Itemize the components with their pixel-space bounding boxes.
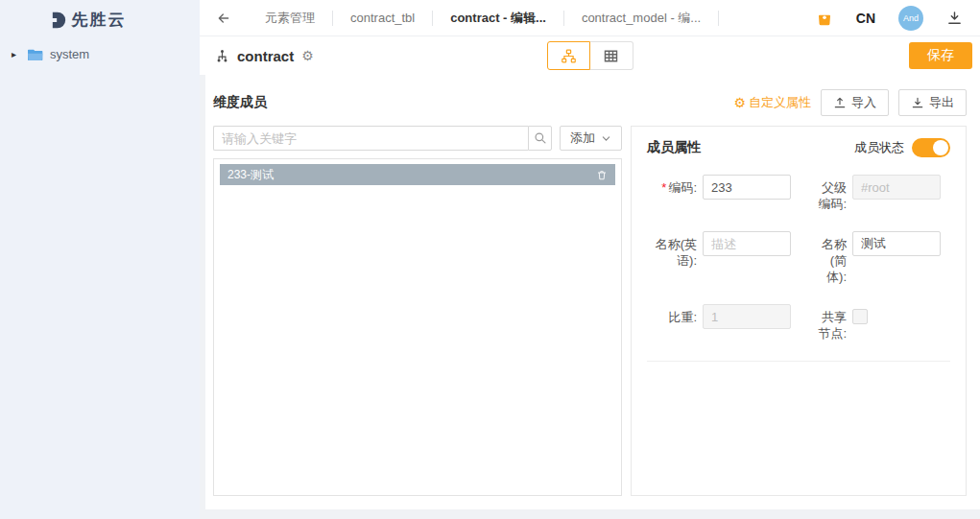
org-chart-icon [561, 48, 577, 64]
name-cn-input[interactable] [852, 231, 941, 256]
weight-label: 比重: [647, 304, 697, 325]
name-en-input[interactable] [703, 231, 791, 256]
app-store-bag-icon[interactable] [816, 10, 833, 27]
member-status-toggle[interactable] [912, 138, 950, 157]
search-row: 添加 [213, 126, 622, 151]
gear-icon: ⚙ [733, 95, 746, 110]
chevron-down-icon [601, 133, 611, 144]
language-switcher[interactable]: CN [856, 11, 875, 26]
table-grid-icon [603, 48, 619, 64]
list-item-selected[interactable]: 233-测试 [220, 164, 615, 185]
member-status-label: 成员状态 [854, 139, 904, 156]
code-label: *编码: [647, 175, 697, 196]
download-tray-icon [911, 96, 924, 109]
form-row: 名称(英语): 名称(简体): [647, 231, 950, 285]
search-input[interactable] [213, 126, 528, 151]
name-en-label: 名称(英语): [647, 231, 697, 269]
search-button[interactable] [528, 126, 552, 151]
caret-right-icon[interactable]: ▸ [12, 49, 21, 59]
gear-icon[interactable]: ⚙ [301, 48, 314, 63]
view-toggle-group [547, 41, 633, 70]
page-title: contract [237, 48, 294, 64]
page-toolbar: contract ⚙ 保存 [200, 36, 980, 75]
back-button[interactable] [213, 8, 234, 29]
app-window: 先胜云 ▸ system 元素管理 contract_tbl contract … [0, 0, 980, 519]
panels: 添加 233-测试 [213, 126, 967, 496]
export-label: 导出 [929, 94, 954, 111]
arrow-left-icon [216, 11, 231, 26]
form-divider [647, 361, 950, 362]
parent-code-input [852, 175, 941, 200]
member-list: 233-测试 [213, 158, 622, 496]
search-icon [534, 131, 547, 145]
sidebar-item-label: system [50, 47, 89, 61]
content-card: 维度成员 ⚙ 自定义属性 导入 导出 [205, 75, 980, 509]
logo-text: 先胜云 [72, 9, 127, 31]
header-actions: ⚙ 自定义属性 导入 导出 [733, 89, 967, 116]
weight-input [703, 304, 791, 329]
parent-code-label: 父级编码: [812, 175, 847, 212]
member-form: *编码: 父级编码: 名称(英语): [632, 167, 966, 362]
page-title-group: contract ⚙ [215, 48, 314, 64]
field-name-en: 名称(英语): [647, 231, 791, 269]
form-row: 比重: 共享节点: [647, 304, 950, 342]
folder-icon [28, 48, 43, 61]
tab-separator [718, 11, 719, 26]
custom-attributes-link[interactable]: ⚙ 自定义属性 [733, 94, 811, 111]
main-area: 元素管理 contract_tbl contract - 编辑... contr… [200, 0, 980, 519]
required-asterisk: * [661, 180, 666, 195]
field-parent-code: 父级编码: [812, 175, 941, 212]
custom-attributes-label: 自定义属性 [749, 94, 811, 111]
add-member-button[interactable]: 添加 [560, 126, 622, 151]
table-view-button[interactable] [590, 41, 633, 70]
member-properties-title: 成员属性 [647, 139, 701, 156]
form-row: *编码: 父级编码: [647, 175, 950, 212]
panel-header: 成员属性 成员状态 [632, 127, 966, 167]
member-properties-panel: 成员属性 成员状态 *编码: [631, 126, 967, 496]
field-shared-node: 共享节点: [812, 304, 868, 342]
tab-element-management[interactable]: 元素管理 [248, 10, 332, 27]
topbar-icon-group: CN And [816, 6, 963, 31]
member-list-panel: 添加 233-测试 [213, 126, 622, 496]
export-button[interactable]: 导出 [898, 89, 967, 116]
search-group [213, 126, 552, 151]
member-status-group: 成员状态 [854, 138, 950, 157]
tab-contract-model-edit[interactable]: contract_model - 编... [564, 10, 718, 27]
upload-icon [833, 96, 847, 109]
tab-contract-edit-active[interactable]: contract - 编辑... [433, 10, 563, 27]
download-icon[interactable] [946, 10, 963, 26]
tab-contract-tbl[interactable]: contract_tbl [333, 11, 432, 25]
hierarchy-icon [215, 49, 229, 63]
import-button[interactable]: 导入 [821, 89, 889, 116]
shared-node-label: 共享节点: [812, 304, 847, 342]
logo-d-icon [47, 11, 66, 30]
field-weight: 比重: [647, 304, 791, 329]
member-label: 233-测试 [227, 167, 596, 183]
field-name-cn: 名称(简体): [812, 231, 941, 285]
sidebar-item-system[interactable]: ▸ system [12, 47, 200, 61]
add-label: 添加 [570, 130, 595, 147]
avatar[interactable]: And [898, 6, 923, 31]
top-tab-bar: 元素管理 contract_tbl contract - 编辑... contr… [200, 0, 980, 36]
shared-node-checkbox [852, 309, 868, 324]
save-button[interactable]: 保存 [909, 42, 972, 69]
content-header: 维度成员 ⚙ 自定义属性 导入 导出 [213, 89, 967, 116]
tree-view-button[interactable] [547, 41, 590, 70]
sidebar: 先胜云 ▸ system [0, 0, 200, 519]
code-input[interactable] [703, 175, 791, 200]
import-label: 导入 [851, 94, 876, 111]
dimension-members-title: 维度成员 [213, 94, 267, 111]
delete-member-button[interactable] [596, 169, 608, 181]
trash-icon [596, 169, 608, 181]
toggle-knob [933, 140, 948, 155]
brand-logo: 先胜云 [0, 9, 200, 31]
name-cn-label: 名称(简体): [812, 231, 847, 285]
field-code: *编码: [647, 175, 791, 200]
